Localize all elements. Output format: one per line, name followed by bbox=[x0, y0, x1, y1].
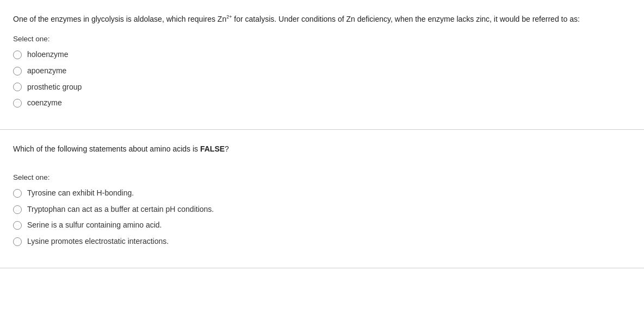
question-1-select-label: Select one: bbox=[13, 35, 631, 43]
radio-q1-d[interactable] bbox=[13, 99, 22, 108]
option-label: holoenzyme bbox=[27, 49, 69, 60]
list-item: Tyrosine can exhibit H-bonding. bbox=[13, 188, 631, 199]
option-label: prosthetic group bbox=[27, 82, 82, 93]
radio-q2-d[interactable] bbox=[13, 237, 22, 246]
option-label: coenzyme bbox=[27, 98, 62, 109]
radio-q2-a[interactable] bbox=[13, 189, 22, 198]
question-2-text: Which of the following statements about … bbox=[13, 143, 631, 155]
question-2: Which of the following statements about … bbox=[0, 130, 644, 268]
option-label: Serine is a sulfur containing amino acid… bbox=[27, 220, 162, 231]
radio-q2-b[interactable] bbox=[13, 205, 22, 214]
option-label: Lysine promotes electrostatic interactio… bbox=[27, 236, 169, 247]
radio-q1-c[interactable] bbox=[13, 83, 22, 91]
radio-q1-a[interactable] bbox=[13, 51, 22, 59]
list-item: holoenzyme bbox=[13, 49, 631, 60]
option-label: Tyrosine can exhibit H-bonding. bbox=[27, 188, 134, 199]
option-label: apoenzyme bbox=[27, 66, 66, 77]
question-1-text: One of the enzymes in glycolysis is aldo… bbox=[13, 13, 631, 25]
list-item: apoenzyme bbox=[13, 66, 631, 77]
question-1-options: holoenzyme apoenzyme prosthetic group co… bbox=[13, 49, 631, 108]
list-item: Serine is a sulfur containing amino acid… bbox=[13, 220, 631, 231]
radio-q1-b[interactable] bbox=[13, 67, 22, 75]
question-2-options: Tyrosine can exhibit H-bonding. Tryptoph… bbox=[13, 188, 631, 247]
question-2-select-label: Select one: bbox=[13, 173, 631, 181]
list-item: prosthetic group bbox=[13, 82, 631, 93]
list-item: coenzyme bbox=[13, 98, 631, 109]
list-item: Lysine promotes electrostatic interactio… bbox=[13, 236, 631, 247]
list-item: Tryptophan can act as a buffer at certai… bbox=[13, 204, 631, 215]
option-label: Tryptophan can act as a buffer at certai… bbox=[27, 204, 214, 215]
radio-q2-c[interactable] bbox=[13, 221, 22, 230]
question-1: One of the enzymes in glycolysis is aldo… bbox=[0, 0, 644, 130]
